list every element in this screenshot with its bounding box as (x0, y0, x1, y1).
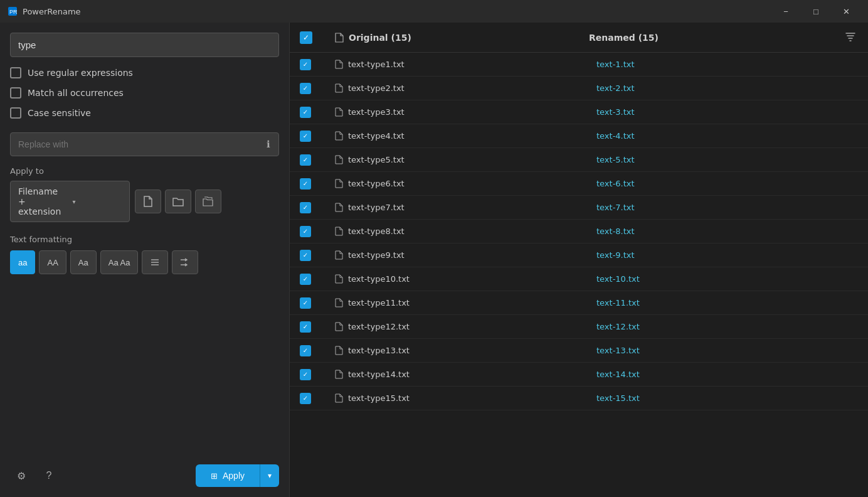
original-name: text-type4.txt (348, 131, 405, 141)
original-filename: text-type5.txt (335, 155, 596, 164)
original-name: text-type2.txt (348, 83, 405, 93)
table-row: ✓ text-type7.txt text-7.txt (290, 196, 868, 220)
apply-label: Apply (223, 471, 245, 481)
file-row-icon (335, 393, 343, 403)
apply-dropdown-button[interactable]: ▾ (260, 464, 279, 487)
match-all-label: Match all occurrences (28, 88, 124, 98)
row-checkbox[interactable]: ✓ (300, 321, 311, 333)
original-filename: text-type9.txt (335, 250, 596, 260)
original-name: text-type3.txt (348, 107, 405, 117)
apply-button[interactable]: ⊞ Apply (196, 464, 260, 487)
row-checkbox[interactable]: ✓ (300, 178, 311, 190)
files-button[interactable] (135, 190, 161, 213)
row-checkbox[interactable]: ✓ (300, 154, 311, 166)
replace-info-button[interactable]: ℹ (258, 134, 278, 154)
original-name: text-type12.txt (348, 322, 410, 331)
table-row: ✓ text-type6.txt text-6.txt (290, 172, 868, 196)
uppercase-button[interactable]: AA (39, 250, 66, 274)
file-header-icon (335, 33, 344, 43)
renamed-filename: text-6.txt (596, 179, 858, 188)
lowercase-button[interactable]: aa (10, 250, 35, 274)
row-checkbox[interactable]: ✓ (300, 393, 311, 404)
replace-input-wrapper: ℹ (10, 132, 279, 156)
camelcase-button[interactable]: Aa Aa (100, 250, 139, 274)
row-checkbox[interactable]: ✓ (300, 297, 311, 309)
row-checkbox-area: ✓ (300, 59, 335, 70)
table-row: ✓ text-type15.txt text-15.txt (290, 387, 868, 410)
table-row: ✓ text-type1.txt text-1.txt (290, 53, 868, 77)
table-row: ✓ text-type9.txt text-9.txt (290, 243, 868, 267)
case-sensitive-checkbox[interactable] (10, 107, 21, 119)
row-checkbox[interactable]: ✓ (300, 107, 311, 118)
maximize-button[interactable]: □ (802, 0, 830, 23)
apply-to-select[interactable]: Filename + extension ▾ (10, 181, 130, 222)
bottom-left-buttons: ⚙ ? (10, 464, 60, 487)
file-row-icon (335, 107, 343, 117)
renamed-filename: text-13.txt (596, 346, 858, 355)
text-formatting-row: aa AA Aa Aa Aa (10, 250, 279, 274)
row-checkbox[interactable]: ✓ (300, 59, 311, 70)
row-checkbox[interactable]: ✓ (300, 250, 311, 261)
folders-button[interactable] (165, 190, 191, 213)
file-row-icon (335, 83, 343, 93)
file-row-icon (335, 274, 343, 284)
row-checkbox[interactable]: ✓ (300, 202, 311, 213)
use-regex-row: Use regular expressions (10, 67, 279, 78)
table-row: ✓ text-type5.txt text-5.txt (290, 148, 868, 172)
right-panel: ✓ Original (15) Renamed (15) ✓ (290, 23, 868, 497)
close-button[interactable]: ✕ (832, 0, 860, 23)
match-all-checkbox[interactable] (10, 87, 21, 99)
apply-to-label: Apply to (10, 166, 279, 176)
file-row-icon (335, 203, 343, 212)
header-checkbox-area: ✓ (300, 31, 335, 44)
table-row: ✓ text-type2.txt text-2.txt (290, 77, 868, 100)
original-filename: text-type6.txt (335, 179, 596, 188)
titlecase-button[interactable]: Aa (70, 250, 97, 274)
row-checkbox-area: ✓ (300, 131, 335, 142)
row-checkbox[interactable]: ✓ (300, 369, 311, 380)
settings-button[interactable]: ⚙ (10, 464, 33, 487)
filter-button[interactable] (843, 29, 858, 46)
app-title: PowerRename (23, 7, 81, 16)
original-filename: text-type12.txt (335, 322, 596, 331)
row-checkbox[interactable]: ✓ (300, 226, 311, 237)
file-row-icon (335, 370, 343, 379)
renamed-filename: text-7.txt (596, 203, 858, 212)
files-folders-icon (203, 196, 214, 207)
help-button[interactable]: ? (38, 464, 60, 487)
renamed-filename: text-12.txt (596, 322, 858, 331)
row-checkbox-area: ✓ (300, 107, 335, 118)
replace-input[interactable] (11, 133, 258, 156)
row-checkbox[interactable]: ✓ (300, 345, 311, 356)
original-name: text-type8.txt (348, 227, 405, 236)
original-filename: text-type3.txt (335, 107, 596, 117)
file-list: ✓ text-type1.txt text-1.txt ✓ text-type2… (290, 53, 868, 497)
original-filename: text-type13.txt (335, 346, 596, 355)
enumerate-button[interactable] (142, 250, 168, 274)
apply-icon: ⊞ (211, 471, 218, 481)
row-checkbox-area: ✓ (300, 83, 335, 94)
select-all-checkbox[interactable]: ✓ (300, 31, 312, 44)
shuffle-button[interactable] (172, 250, 198, 274)
table-row: ✓ text-type8.txt text-8.txt (290, 220, 868, 243)
row-checkbox-area: ✓ (300, 226, 335, 237)
original-name: text-type11.txt (348, 298, 410, 307)
renamed-filename: text-8.txt (596, 227, 858, 236)
renamed-filename: text-1.txt (596, 60, 858, 69)
renamed-header-text: Renamed (15) (589, 33, 659, 43)
row-checkbox[interactable]: ✓ (300, 83, 311, 94)
row-checkbox[interactable]: ✓ (300, 274, 311, 285)
search-input[interactable] (10, 33, 279, 57)
titlebar: PR PowerRename − □ ✕ (0, 0, 868, 23)
row-checkbox-area: ✓ (300, 274, 335, 285)
files-and-folders-button[interactable] (195, 190, 221, 213)
file-row-icon (335, 322, 343, 331)
use-regex-checkbox[interactable] (10, 67, 21, 78)
file-row-icon (335, 298, 343, 307)
original-filename: text-type11.txt (335, 298, 596, 307)
file-row-icon (335, 227, 343, 236)
row-checkbox-area: ✓ (300, 321, 335, 333)
row-checkbox[interactable]: ✓ (300, 131, 311, 142)
renamed-column-header: Renamed (15) (589, 33, 843, 43)
minimize-button[interactable]: − (771, 0, 800, 23)
